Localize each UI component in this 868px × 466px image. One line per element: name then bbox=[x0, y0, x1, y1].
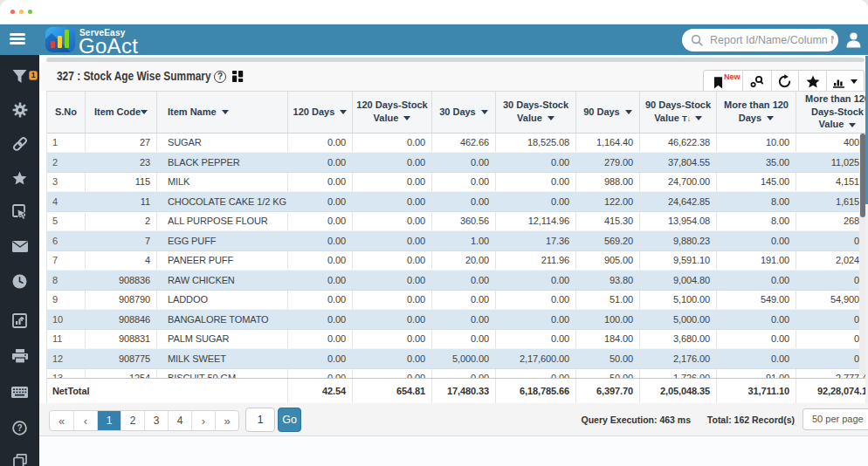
cell-d120: 0.00 bbox=[288, 369, 353, 378]
cell-d90: 988.00 bbox=[576, 173, 640, 192]
column-header-mt120sv[interactable]: More than 120Days-StockValue bbox=[796, 92, 868, 133]
search-icon bbox=[691, 34, 703, 46]
goto-page-input[interactable] bbox=[245, 408, 275, 432]
column-header-sno[interactable]: S.No bbox=[47, 92, 86, 133]
pager-next-button[interactable]: › bbox=[191, 411, 215, 430]
cell-d30sv: 0.00 bbox=[496, 173, 576, 192]
search-input[interactable] bbox=[710, 30, 834, 51]
cell-code: 2 bbox=[86, 212, 157, 231]
table-row: 3115MILK0.000.000.000.00988.0024,700.001… bbox=[47, 173, 868, 193]
cell-d30: 0.00 bbox=[432, 310, 496, 329]
pager-page-2-button[interactable]: 2 bbox=[121, 411, 144, 430]
cell-d30sv: 0.00 bbox=[496, 291, 576, 310]
cell-d120: 0.00 bbox=[288, 330, 353, 349]
cell-d30sv: 18,525.08 bbox=[496, 134, 576, 153]
pager-page-3-button[interactable]: 3 bbox=[144, 411, 168, 430]
menu-icon[interactable] bbox=[10, 33, 25, 45]
column-header-d120sv[interactable]: 120 Days-StockValue bbox=[353, 92, 432, 133]
cell-code: 908790 bbox=[86, 291, 157, 310]
net-total-mt120sv: 92,28,074.18 bbox=[796, 379, 868, 403]
cell-d30sv: 0.00 bbox=[496, 192, 576, 211]
pagination-bar: «‹1234›» Go Query Execution: 463 ms Tota… bbox=[39, 403, 868, 436]
pager-page-4-button[interactable]: 4 bbox=[168, 411, 191, 430]
column-header-d90[interactable]: 90 Days bbox=[576, 92, 640, 133]
cell-code: 908836 bbox=[86, 271, 157, 290]
user-icon[interactable] bbox=[844, 31, 863, 49]
table-row: 10908846BANGALORE TOMATO0.000.000.000.00… bbox=[47, 310, 868, 330]
sidebar-item-mail[interactable] bbox=[0, 231, 39, 261]
per-page-select[interactable]: 50 per page bbox=[803, 408, 868, 430]
column-header-d30sv[interactable]: 30 Days-StockValue bbox=[496, 92, 576, 133]
cell-mt120sv: 0.00 bbox=[796, 310, 868, 329]
cell-d90sv: 37,804.55 bbox=[640, 153, 717, 172]
sort-caret-icon bbox=[548, 116, 555, 120]
image-export-icon bbox=[12, 313, 27, 328]
table-row: 411CHOCOLATE CAKE 1/2 KG0.000.000.000.00… bbox=[47, 192, 868, 212]
pager-prev-button[interactable]: ‹ bbox=[73, 411, 97, 430]
cell-d120: 0.00 bbox=[288, 291, 353, 310]
net-total-d90sv: 2,05,048.35 bbox=[640, 379, 717, 403]
chevron-down-icon bbox=[851, 79, 858, 84]
close-window-button[interactable] bbox=[10, 10, 15, 14]
column-header-d120[interactable]: 120 Days bbox=[288, 92, 353, 133]
cell-mt120sv: 11,025.00 bbox=[796, 153, 868, 172]
cell-mt120sv: 2,777.40 bbox=[796, 369, 868, 378]
cell-d120: 0.00 bbox=[288, 349, 353, 368]
table-row: 52ALL PURPOSE FLOUR0.000.00360.5612,114.… bbox=[47, 212, 868, 232]
sidebar-item-keyboard[interactable] bbox=[0, 377, 39, 407]
cell-d120sv: 0.00 bbox=[353, 231, 432, 250]
window-chrome bbox=[0, 0, 868, 24]
cell-d30: 0.00 bbox=[432, 271, 496, 290]
sidebar-item-help[interactable]: ? bbox=[0, 413, 39, 442]
sidebar-item-clock[interactable] bbox=[0, 266, 39, 296]
cell-name: CHOCOLATE CAKE 1/2 KG bbox=[157, 192, 288, 211]
cell-d90sv: 46,622.38 bbox=[640, 134, 717, 153]
cell-d90sv: 2,176.00 bbox=[640, 349, 717, 368]
report-table: S.NoItem CodeItem Name 120 Days 120 Days… bbox=[46, 91, 868, 404]
column-header-d30[interactable]: 30 Days bbox=[432, 92, 496, 133]
cell-d90: 122.00 bbox=[576, 192, 640, 211]
sidebar-item-filter[interactable]: 1 bbox=[0, 61, 39, 91]
cell-code: 11 bbox=[86, 192, 157, 211]
sidebar-item-printer[interactable] bbox=[0, 341, 39, 371]
cell-d30: 0.00 bbox=[432, 369, 496, 378]
pager-first-button[interactable]: « bbox=[50, 411, 73, 430]
cell-mt120sv: 2,024.20 bbox=[796, 251, 868, 271]
sidebar-item-copy[interactable] bbox=[0, 446, 39, 466]
dashboard-icon[interactable] bbox=[232, 71, 244, 82]
help-icon[interactable]: ? bbox=[214, 71, 226, 83]
column-header-code[interactable]: Item Code bbox=[86, 92, 157, 133]
app-header: ServeEasy GoAct bbox=[0, 24, 868, 55]
page-bottom-area bbox=[39, 436, 868, 466]
cell-d90: 279.00 bbox=[576, 153, 640, 172]
cell-code: 7 bbox=[86, 231, 157, 250]
cell-d90sv: 24,642.85 bbox=[640, 192, 717, 211]
cell-d90: 415.30 bbox=[576, 212, 640, 231]
net-total-row: NetTotal42.54654.8117,480.336,18,785.666… bbox=[47, 378, 868, 404]
table-header-row: S.NoItem CodeItem Name 120 Days 120 Days… bbox=[47, 92, 868, 134]
browser-window: ServeEasy GoAct 1? 327 : Stock Age Wise … bbox=[0, 0, 868, 466]
table-body: 127SUGAR0.000.00462.6618,525.081,164.404… bbox=[47, 134, 868, 378]
table-row: 127SUGAR0.000.00462.6618,525.081,164.404… bbox=[47, 134, 868, 154]
column-header-mt120[interactable]: More than 120Days bbox=[717, 92, 796, 133]
sidebar-item-image-export[interactable] bbox=[0, 305, 39, 335]
pager-page-1-button[interactable]: 1 bbox=[97, 411, 121, 430]
table-row: 12908775MILK SWEET0.000.005,000.002,17,6… bbox=[47, 349, 868, 369]
go-button[interactable]: Go bbox=[278, 408, 301, 432]
sidebar-item-share[interactable] bbox=[0, 197, 39, 227]
cell-d30: 0.00 bbox=[432, 330, 496, 349]
new-badge: New bbox=[724, 72, 741, 81]
column-header-name[interactable]: Item Name bbox=[157, 92, 288, 133]
minimize-window-button[interactable] bbox=[19, 10, 24, 14]
pager-last-button[interactable]: » bbox=[215, 411, 238, 430]
cell-d30sv: 0.00 bbox=[496, 310, 576, 329]
cell-d120sv: 0.00 bbox=[353, 173, 432, 192]
sidebar-item-star[interactable] bbox=[0, 163, 39, 193]
table-scrollbar-thumb[interactable] bbox=[860, 134, 865, 217]
sort-caret-icon bbox=[625, 110, 632, 114]
sidebar-item-gear[interactable] bbox=[0, 95, 39, 125]
maximize-window-button[interactable] bbox=[28, 10, 32, 14]
cell-mt120sv: 268.80 bbox=[796, 212, 868, 231]
sidebar-item-link[interactable] bbox=[0, 129, 39, 159]
column-header-d90sv[interactable]: 90 Days-StockValue T↓ bbox=[640, 92, 717, 133]
